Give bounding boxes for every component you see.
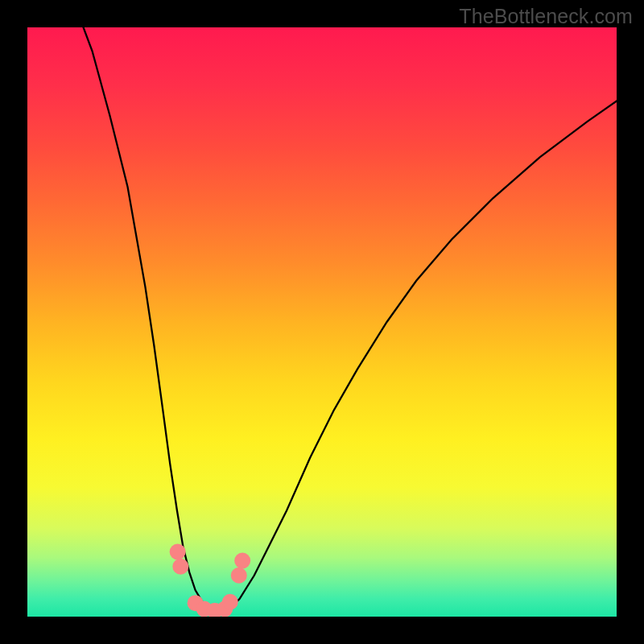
marker-dot xyxy=(222,594,238,610)
marker-dot xyxy=(172,559,188,575)
plot-area xyxy=(27,27,617,617)
marker-dot xyxy=(170,543,186,559)
marker-dot xyxy=(231,568,247,584)
watermark-text: TheBottleneck.com xyxy=(459,5,633,28)
chart-svg xyxy=(27,27,617,617)
gradient-background xyxy=(27,27,617,617)
chart-frame: TheBottleneck.com xyxy=(0,0,644,644)
marker-dot xyxy=(234,552,250,568)
